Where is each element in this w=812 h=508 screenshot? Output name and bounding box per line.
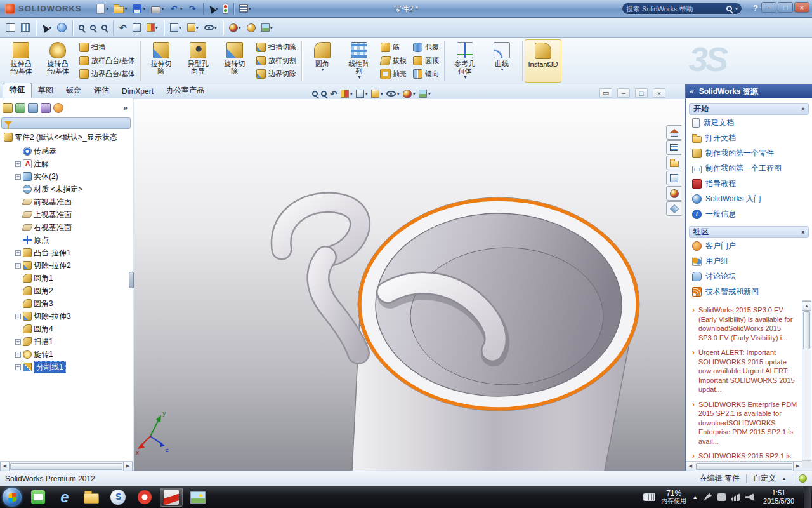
- section-view-button[interactable]: ▾: [145, 20, 160, 36]
- tab-features[interactable]: 特征: [3, 83, 32, 98]
- revolved-boss-button[interactable]: 旋转凸 台/基体: [39, 39, 76, 83]
- chevron-up-icon[interactable]: »: [799, 230, 806, 234]
- taskbar-dictionary-app[interactable]: [27, 488, 49, 507]
- linear-pattern-button[interactable]: 线性阵 列▾: [341, 39, 377, 83]
- show-desktop-button[interactable]: [804, 486, 811, 508]
- rib-button[interactable]: 筋: [377, 41, 410, 53]
- collapse-arrow[interactable]: «: [690, 87, 694, 96]
- undo-button[interactable]: ↶▾: [167, 2, 185, 16]
- edit-appearance-button[interactable]: ▾: [227, 20, 243, 36]
- tree-filter-bar[interactable]: [1, 117, 131, 129]
- zoom-area-button[interactable]: [88, 20, 98, 36]
- named-views-button[interactable]: [131, 20, 143, 36]
- instant3d-button[interactable]: Instant3D: [525, 39, 561, 83]
- expand-box[interactable]: +: [15, 352, 21, 358]
- news-item[interactable]: ›Urgent ALERT: Important SOLIDWORKS 2015…: [692, 348, 797, 394]
- memory-gadget[interactable]: 71% 内存使用: [661, 490, 686, 504]
- general-info-link[interactable]: 一般信息: [686, 206, 812, 222]
- tree-item-fillet3[interactable]: 圆角3: [0, 298, 53, 309]
- tree-item-cut-extrude2[interactable]: +切除-拉伸2: [0, 260, 71, 271]
- expand-box[interactable]: +: [15, 314, 21, 319]
- tree-item-origin[interactable]: 原点: [0, 234, 49, 246]
- tab-sketch[interactable]: 草图: [32, 84, 60, 98]
- taskbar-internet-explorer[interactable]: [53, 488, 76, 507]
- expand-box[interactable]: +: [15, 364, 21, 370]
- new-document-button[interactable]: ▾: [93, 2, 111, 16]
- first-part-link[interactable]: 制作我的第一个零件: [686, 145, 812, 161]
- tree-item-front-plane[interactable]: 前视基准面: [0, 196, 72, 208]
- view-orientation-button[interactable]: ▾: [356, 90, 368, 98]
- help-search-box[interactable]: ▾: [622, 3, 742, 15]
- network-tray-icon[interactable]: [731, 493, 740, 501]
- select-button[interactable]: ▾: [40, 20, 53, 36]
- scroll-thumb[interactable]: [803, 311, 810, 349]
- tab-office-products[interactable]: 办公室产品: [160, 84, 211, 98]
- display-style-button[interactable]: ▾: [185, 20, 200, 36]
- taskbar-file-explorer[interactable]: [80, 488, 103, 507]
- file-explorer-tab[interactable]: [666, 156, 681, 170]
- task-pane-horizontal-scrollbar[interactable]: ◀ ▶: [686, 461, 802, 471]
- search-icon[interactable]: [726, 6, 732, 11]
- pen-tray-icon[interactable]: [704, 493, 712, 501]
- view-orientation-button[interactable]: ▾: [168, 20, 183, 36]
- select-tool-button[interactable]: ▾: [207, 2, 220, 16]
- tree-item-fillet2[interactable]: 圆角2: [0, 285, 53, 297]
- reference-geometry-button[interactable]: 参考几 何体▾: [447, 39, 483, 83]
- tree-item-solid-bodies[interactable]: +实体(2): [0, 171, 58, 182]
- tab-sheet-metal[interactable]: 钣金: [60, 84, 88, 98]
- scroll-left-button[interactable]: ◀: [686, 462, 695, 471]
- web-help-button[interactable]: [55, 20, 69, 36]
- getting-started-link[interactable]: SolidWorks 入门: [686, 191, 812, 206]
- news-item[interactable]: ›SolidWorks 2015 SP3.0 EV (Early Visibil…: [692, 305, 797, 342]
- redo-button[interactable]: ↷: [185, 2, 200, 16]
- lofted-cut-button[interactable]: 放样切割: [253, 54, 299, 67]
- hide-show-items-button[interactable]: ▾: [386, 91, 400, 97]
- draft-button[interactable]: 拔模: [377, 54, 410, 67]
- display-style-button[interactable]: ▾: [371, 90, 383, 98]
- minimize-button[interactable]: −: [761, 2, 776, 13]
- tree-horizontal-scrollbar[interactable]: ◀ ▶: [0, 461, 133, 471]
- taskbar-security-app[interactable]: [133, 488, 156, 507]
- news-item[interactable]: ›SOLIDWORKS Enterprise PDM 2015 SP2.1 is…: [692, 400, 797, 446]
- extruded-boss-button[interactable]: 拉伸凸 台/基体: [3, 39, 39, 83]
- scroll-thumb[interactable]: [696, 463, 792, 470]
- chevron-up-icon[interactable]: »: [799, 107, 806, 110]
- expand-box[interactable]: +: [15, 263, 21, 269]
- new-document-link[interactable]: 新建文档: [686, 115, 812, 130]
- usb-tray-icon[interactable]: [717, 493, 726, 501]
- discussion-forum-link[interactable]: 讨论论坛: [686, 269, 812, 284]
- dome-button[interactable]: 圆顶: [410, 54, 442, 67]
- tree-item-top-plane[interactable]: 上视基准面: [0, 209, 72, 220]
- scroll-right-button[interactable]: ▶: [123, 462, 133, 471]
- taskbar-clock[interactable]: 1:51 2015/5/30: [759, 489, 798, 505]
- tab-dimxpert[interactable]: DimXpert: [115, 86, 160, 98]
- tree-item-annotations[interactable]: +注解: [0, 158, 49, 170]
- rebuild-button[interactable]: [221, 2, 230, 16]
- zoom-fit-button[interactable]: [312, 91, 318, 97]
- tree-item-fillet1[interactable]: 圆角1: [0, 272, 53, 284]
- design-library-tab[interactable]: [666, 140, 681, 155]
- previous-view-button[interactable]: ↶: [117, 20, 129, 36]
- tree-item-cut-extrude3[interactable]: +切除-拉伸3: [0, 311, 71, 322]
- shell-button[interactable]: 抽壳: [377, 67, 410, 80]
- mirror-button[interactable]: 镜向: [410, 67, 442, 80]
- custom-properties-tab[interactable]: [666, 201, 681, 216]
- first-drawing-link[interactable]: 制作我的第一个工程图: [686, 161, 812, 176]
- tab-evaluate[interactable]: 评估: [88, 84, 115, 98]
- doc-minimize-button[interactable]: −: [617, 88, 630, 98]
- toggle-panes-button[interactable]: [4, 20, 17, 36]
- expand-box[interactable]: +: [15, 250, 21, 256]
- expand-box[interactable]: +: [15, 161, 21, 167]
- taskbar-solidworks-running[interactable]: [160, 488, 183, 507]
- user-groups-link[interactable]: 用户组: [686, 253, 812, 269]
- mug-model[interactable]: y x z: [134, 99, 685, 471]
- status-sphere-icon[interactable]: [799, 474, 807, 483]
- view-palette-tab[interactable]: [666, 171, 681, 185]
- tree-item-material[interactable]: 材质 <未指定>: [0, 184, 82, 195]
- scroll-left-button[interactable]: ◀: [0, 462, 10, 471]
- tech-alerts-news-link[interactable]: 技术警戒和新闻: [686, 284, 812, 299]
- tray-expand-icon[interactable]: ▲: [692, 494, 698, 500]
- task-pane-vertical-scrollbar[interactable]: ▲: [802, 300, 811, 461]
- close-button[interactable]: ×: [794, 2, 809, 13]
- wrap-button[interactable]: 包覆: [410, 41, 442, 53]
